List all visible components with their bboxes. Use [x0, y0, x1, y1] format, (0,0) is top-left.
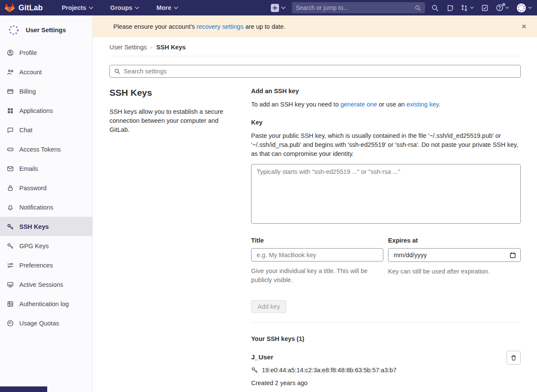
sidebar-item-usage-quotas[interactable]: Usage Quotas: [0, 313, 92, 333]
sidebar-item-access-tokens[interactable]: Access Tokens: [0, 140, 92, 159]
key-icon: [7, 223, 14, 230]
sidebar-item-applications[interactable]: Applications: [0, 101, 92, 120]
nav-menu-groups[interactable]: Groups: [110, 4, 140, 11]
notification-dot: [502, 3, 505, 6]
search-settings-input[interactable]: Search settings: [109, 65, 521, 78]
sliders-icon: [7, 262, 14, 269]
key-icon: [7, 243, 14, 249]
divider: [251, 322, 521, 323]
chevron-down-icon: [89, 6, 93, 9]
sidebar-item-profile[interactable]: Profile: [0, 43, 92, 62]
sidebar-item-emails[interactable]: Emails: [0, 159, 92, 178]
plus-icon: [271, 4, 279, 12]
title-input[interactable]: [251, 248, 383, 261]
sidebar-item-account[interactable]: Account: [0, 62, 92, 82]
recovery-alert-banner: Please ensure your account's recovery se…: [93, 15, 537, 37]
page-description: SSH keys allow you to establish a secure…: [109, 107, 234, 134]
monitor-icon: [7, 281, 14, 288]
sidebar-item-preferences[interactable]: Preferences: [0, 255, 92, 275]
nav-menu-projects[interactable]: Projects: [62, 4, 93, 11]
top-navbar: GitLab Projects Groups More Search or ju…: [0, 0, 537, 15]
email-icon: [7, 165, 14, 172]
chevron-down-icon: [470, 6, 474, 9]
sidebar-item-chat[interactable]: Chat: [0, 120, 92, 140]
account-icon: [7, 69, 14, 76]
sidebar-item-ssh-keys[interactable]: SSH Keys: [0, 217, 92, 236]
nav-menu-more[interactable]: More: [156, 4, 178, 11]
sidebar-item-authentication-log[interactable]: Authentication log: [0, 294, 92, 313]
help-menu-button[interactable]: [496, 4, 509, 12]
breadcrumb-user-settings[interactable]: User Settings: [109, 44, 147, 51]
breadcrumb: User Settings › SSH Keys: [109, 44, 521, 51]
expires-field: Expires at mm/dd/yyyy Key can still be u…: [388, 237, 520, 285]
profile-icon: [7, 49, 14, 56]
chat-icon: [7, 127, 14, 134]
gitlab-logo[interactable]: GitLab: [4, 3, 43, 13]
sidebar-item-active-sessions[interactable]: Active Sessions: [0, 275, 92, 294]
logo-wordmark: GitLab: [18, 3, 43, 12]
sidebar-item-password[interactable]: Password: [0, 178, 92, 198]
browser-status-bar: [0, 386, 47, 392]
search-icon: [114, 68, 120, 74]
key-field-help: Paste your public SSH key, which is usua…: [251, 131, 521, 158]
chevron-down-icon: [174, 6, 178, 9]
gitlab-tanuki-icon: [4, 3, 15, 13]
existing-key-link[interactable]: existing key: [407, 101, 439, 108]
bell-icon: [7, 204, 14, 211]
sidebar-item-notifications[interactable]: Notifications: [0, 198, 92, 217]
chevron-down-icon: [281, 6, 285, 9]
add-key-button[interactable]: Add key: [251, 300, 286, 313]
main-content: Please ensure your account's recovery se…: [93, 15, 537, 392]
trash-icon: [510, 355, 517, 361]
add-key-intro: To add an SSH key you need to generate o…: [251, 100, 521, 109]
search-icon: [415, 5, 421, 11]
expires-date-input[interactable]: mm/dd/yyyy: [388, 248, 521, 262]
sidebar-item-billing[interactable]: Billing: [0, 82, 92, 101]
expires-field-help: Key can still be used after expiration.: [388, 267, 520, 276]
expires-field-label: Expires at: [388, 237, 520, 244]
user-menu-button[interactable]: [516, 3, 532, 13]
key-icon: [251, 367, 258, 374]
applications-icon: [7, 107, 14, 114]
chevron-down-icon: [135, 6, 139, 9]
token-icon: [7, 146, 14, 153]
add-ssh-key-heading: Add an SSH key: [251, 88, 521, 94]
alert-text: Please ensure your account's recovery se…: [113, 23, 285, 30]
title-field: Title Give your individual key a title. …: [251, 237, 383, 285]
merge-requests-button[interactable]: [461, 4, 474, 12]
issues-button[interactable]: [446, 4, 453, 12]
sidebar-item-gpg-keys[interactable]: GPG Keys: [0, 236, 92, 255]
breadcrumb-separator: ›: [151, 44, 152, 50]
ssh-key-created: Created 2 years ago: [251, 380, 499, 386]
avatar: [516, 3, 526, 13]
key-field-label: Key: [251, 119, 521, 126]
close-icon[interactable]: ✕: [519, 21, 529, 32]
billing-icon: [7, 88, 14, 95]
search-icon: [431, 4, 439, 12]
your-ssh-keys-heading: Your SSH keys (1): [251, 335, 521, 342]
ssh-key-title-link[interactable]: J_User: [251, 353, 499, 361]
delete-key-button[interactable]: [507, 351, 521, 365]
sidebar-header[interactable]: User Settings: [0, 20, 92, 43]
breadcrumb-current: SSH Keys: [156, 44, 186, 51]
merge-request-icon: [461, 4, 468, 12]
ssh-key-list-item: J_User 19:e0:44:a5:14:c2:3a:e8:f8:48:8b:…: [251, 353, 521, 392]
lock-icon: [7, 185, 14, 191]
recovery-settings-link[interactable]: recovery settings: [197, 23, 244, 30]
settings-sidebar: User Settings Profile Account Billing Ap…: [0, 15, 93, 392]
chevron-down-icon: [505, 6, 509, 9]
new-menu-button[interactable]: [271, 4, 285, 12]
page-title: SSH Keys: [109, 88, 234, 98]
todos-button[interactable]: [481, 4, 488, 12]
title-field-help: Give your individual key a title. This w…: [251, 267, 371, 285]
global-search-input[interactable]: Search or jump to...: [292, 2, 425, 13]
gauge-icon: [7, 320, 14, 327]
sidebar-title: User Settings: [26, 27, 66, 33]
issues-icon: [446, 4, 453, 12]
log-table-icon: [7, 301, 14, 307]
avatar: [7, 23, 21, 37]
ssh-key-textarea[interactable]: [251, 164, 521, 224]
generate-one-link[interactable]: generate one: [340, 101, 377, 108]
search-button[interactable]: [431, 4, 439, 12]
chevron-down-icon: [528, 6, 532, 9]
